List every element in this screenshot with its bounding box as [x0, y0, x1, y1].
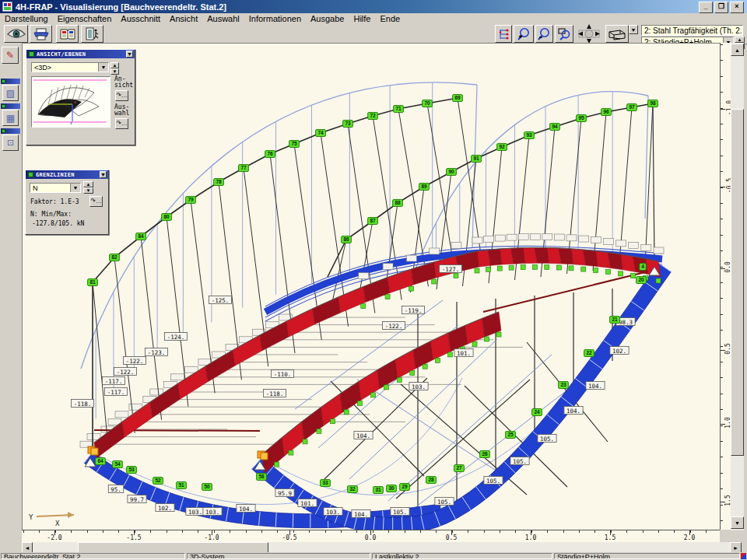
- pan-pad[interactable]: [577, 23, 601, 44]
- mini-panel-titlebar[interactable]: [1, 128, 20, 134]
- value-label: -117.: [105, 378, 123, 385]
- vertical-scrollbar[interactable]: ▲ ▼: [731, 44, 744, 530]
- menu-item-ausschnitt[interactable]: Ausschnitt: [116, 14, 165, 23]
- panel-ansicht-ebenen[interactable]: ANSICHT/EBENEN ▼ <3D> ▼ ▲▼ x z: [26, 49, 135, 145]
- menu-item-ende[interactable]: Ende: [375, 14, 405, 23]
- hanger-line: [427, 103, 455, 273]
- horizontal-scroll-thumb[interactable]: [78, 542, 268, 553]
- title-bar[interactable]: 4H-FRAP - Visualisierung [Bauchveerendel…: [0, 0, 747, 13]
- node-label: 94: [552, 124, 558, 129]
- analysis-combo[interactable]: 2: Stahl Tragfähigkeit (Th. 2. O ▼: [641, 25, 743, 36]
- mini-node-box: [432, 279, 437, 284]
- mini-value-box: [406, 255, 416, 261]
- scroll-left-arrow[interactable]: ◄: [22, 542, 33, 553]
- zoom-out-button[interactable]: [535, 25, 553, 43]
- mini-node-box: [303, 439, 307, 444]
- value-label: -122.: [385, 323, 403, 330]
- horizontal-scrollbar[interactable]: ◄ ►: [22, 542, 742, 553]
- view-3d-box-button[interactable]: [605, 25, 629, 43]
- menu-item-eigenschaften[interactable]: Eigenschaften: [53, 14, 117, 23]
- minimize-button[interactable]: _: [699, 2, 713, 13]
- menu-item-darstellung[interactable]: Darstellung: [0, 14, 53, 23]
- mini-value-box: [115, 411, 128, 418]
- panel-grenzlinien-titlebar[interactable]: GRENZLINIEN ▼: [26, 170, 108, 179]
- node-label: 91: [473, 156, 479, 161]
- result-type-combo[interactable]: N ▼: [30, 183, 81, 193]
- panel-icon: [28, 172, 33, 177]
- grid-panel-button[interactable]: ▦: [2, 110, 19, 126]
- value-label: 103.: [205, 509, 219, 516]
- node-label: 90: [448, 169, 454, 174]
- mini-value-box: [451, 242, 461, 248]
- close-button[interactable]: ×: [730, 2, 744, 13]
- value-label: 103.: [412, 383, 426, 390]
- node-label: 23: [560, 382, 566, 387]
- node-label: 24: [534, 409, 540, 415]
- mini-node-box: [509, 265, 514, 270]
- mini-value-box: [579, 236, 589, 242]
- node-label: 53: [128, 467, 135, 472]
- compression-envelope-bar: [313, 297, 341, 324]
- apply-faktor-button[interactable]: ↷…: [89, 196, 103, 207]
- levels-tree-button[interactable]: [495, 25, 512, 43]
- help-book-button[interactable]: [56, 25, 79, 43]
- apply-selection-button[interactable]: ↷…: [115, 118, 128, 129]
- mini-node-box: [581, 267, 586, 271]
- print-button[interactable]: [30, 25, 52, 43]
- mini-node-box: [606, 270, 611, 275]
- menu-item-hilfe[interactable]: Hilfe: [349, 14, 375, 23]
- menu-item-informationen[interactable]: Informationen: [244, 14, 306, 23]
- panel-ansicht-close[interactable]: ▼: [126, 51, 133, 58]
- apply-view-button[interactable]: ↷…: [115, 90, 128, 101]
- zoom-in-button[interactable]: [514, 25, 534, 43]
- panel-ansicht-title: ANSICHT/EBENEN: [37, 51, 86, 58]
- panel-grenzlinien-close[interactable]: ▼: [100, 171, 107, 178]
- view-select-value: <3D>: [32, 64, 98, 72]
- zoom-in-icon: [517, 27, 531, 41]
- x-axis-label: -1.0: [204, 534, 219, 541]
- exit-button[interactable]: [81, 25, 103, 43]
- menu-item-auswahl[interactable]: Auswahl: [202, 14, 244, 23]
- mini-node-box: [361, 304, 366, 309]
- arc-edge: [645, 96, 648, 219]
- maximize-button[interactable]: ❐: [714, 2, 728, 13]
- panel-grenzlinien[interactable]: GRENZLINIEN ▼ N ▼ ▲▼ Faktor: 1.E-3 ↷… N:…: [25, 170, 109, 235]
- zoom-window-button[interactable]: [555, 25, 573, 43]
- scroll-down-arrow[interactable]: ▼: [731, 516, 744, 529]
- view-eye-button[interactable]: [4, 25, 28, 43]
- result-type-arrow[interactable]: ▼: [70, 184, 80, 192]
- panel-ansicht-titlebar[interactable]: ANSICHT/EBENEN ▼: [26, 50, 135, 58]
- view-3d-dropdown[interactable]: ▼: [629, 25, 638, 34]
- node-label: 80: [163, 214, 170, 219]
- scroll-right-arrow[interactable]: ►: [730, 542, 742, 553]
- compression-envelope-bar: [340, 381, 361, 412]
- node-label: 26: [482, 451, 488, 457]
- view-select-combo[interactable]: <3D> ▼: [31, 62, 109, 72]
- mini-panel-titlebar[interactable]: [1, 103, 20, 109]
- view-select-arrow[interactable]: ▼: [98, 63, 108, 72]
- vertical-scroll-thumb[interactable]: [731, 109, 744, 456]
- scroll-up-arrow[interactable]: ▲: [731, 44, 744, 56]
- mini-node-box: [317, 429, 321, 433]
- view-preview[interactable]: x z: [31, 76, 110, 128]
- hatch-panel-button[interactable]: ▨: [2, 85, 19, 101]
- mini-value-box: [641, 245, 651, 251]
- value-label: 105.: [540, 436, 554, 443]
- edit-tool-button[interactable]: ✎: [2, 47, 19, 64]
- mini-value-box: [430, 248, 440, 254]
- menu-item-ausgabe[interactable]: Ausgabe: [306, 14, 349, 23]
- compression-envelope-bar: [286, 309, 315, 337]
- axis-x-label: X: [55, 520, 60, 527]
- view-select-spinner[interactable]: ▲▼: [110, 62, 119, 72]
- node-label: 69: [454, 95, 461, 100]
- value-label: 98.3: [619, 319, 633, 326]
- eye-icon: [7, 28, 26, 40]
- mini-panel-titlebar[interactable]: [1, 79, 20, 84]
- status-segment: Lastkollektiv 2: [372, 553, 552, 559]
- menu-item-ansicht[interactable]: Ansicht: [165, 14, 202, 23]
- faktor-label: Faktor: 1.E-3: [30, 198, 79, 205]
- result-type-spinner[interactable]: ▲▼: [83, 181, 93, 194]
- values-panel-button[interactable]: ⊡: [2, 135, 19, 151]
- value-label: 103.: [188, 509, 202, 516]
- node-label: 79: [188, 197, 194, 202]
